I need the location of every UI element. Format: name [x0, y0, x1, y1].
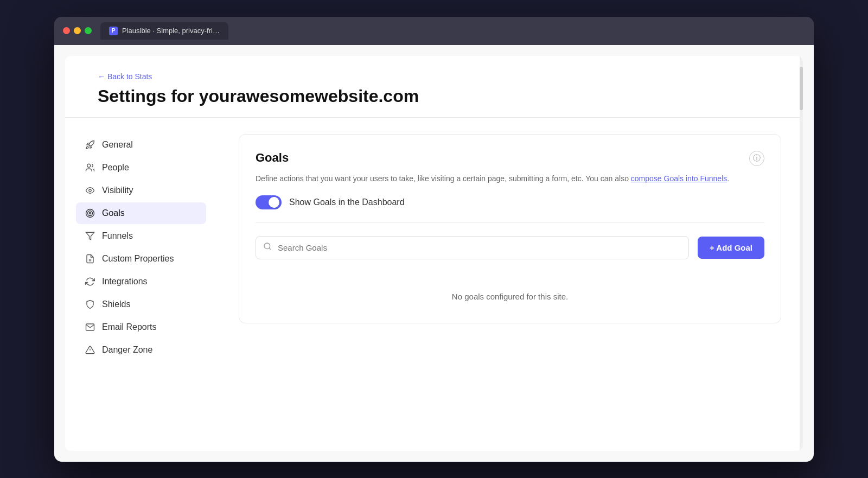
empty-state: No goals configured for this site. [256, 276, 764, 307]
browser-content: ← Back to Stats Settings for yourawesome… [54, 45, 814, 462]
warning-icon [85, 345, 95, 355]
sidebar-label-visibility: Visibility [102, 186, 133, 195]
page-wrapper: ← Back to Stats Settings for yourawesome… [65, 56, 803, 451]
sidebar-label-integrations: Integrations [102, 277, 148, 286]
search-goals-input[interactable] [256, 236, 689, 259]
svg-marker-5 [86, 232, 94, 240]
sidebar-nav: General People [76, 134, 206, 361]
svg-point-1 [89, 189, 92, 192]
refresh-icon [85, 276, 95, 287]
svg-point-3 [88, 211, 93, 215]
rocket-icon [85, 139, 95, 150]
show-goals-toggle[interactable] [256, 195, 282, 209]
scrollbar-thumb [800, 67, 803, 110]
add-goal-button[interactable]: + Add Goal [698, 237, 764, 259]
sidebar-item-custom-properties[interactable]: Custom Properties [76, 248, 206, 270]
toggle-row: Show Goals in the Dashboard [256, 195, 764, 223]
back-to-stats-link[interactable]: ← Back to Stats [98, 72, 770, 81]
description-text-2: . [727, 174, 729, 183]
browser-chrome: P Plausible · Simple, privacy-frien [54, 17, 814, 45]
sidebar-item-danger-zone[interactable]: Danger Zone [76, 339, 206, 361]
sidebar-label-shields: Shields [102, 299, 130, 309]
toggle-label: Show Goals in the Dashboard [289, 197, 405, 207]
shield-icon [85, 299, 95, 310]
tab-favicon-icon: P [109, 27, 118, 35]
sidebar-label-general: General [102, 140, 133, 150]
mail-icon [85, 322, 95, 333]
tab-title: Plausible · Simple, privacy-frien [122, 27, 220, 35]
close-button[interactable] [63, 27, 70, 34]
search-wrapper [256, 236, 689, 259]
card-title: Goals [256, 151, 289, 165]
empty-state-text: No goals configured for this site. [452, 292, 568, 301]
compose-goals-link[interactable]: compose Goals into Funnels [631, 174, 727, 183]
sidebar: General People [65, 118, 217, 451]
sidebar-label-email-reports: Email Reports [102, 322, 156, 332]
search-and-add-row: + Add Goal [256, 236, 764, 259]
eye-icon [85, 185, 95, 196]
browser-window: P Plausible · Simple, privacy-frien ← Ba… [54, 17, 814, 462]
svg-point-2 [86, 209, 94, 217]
sidebar-item-visibility[interactable]: Visibility [76, 180, 206, 201]
svg-point-0 [87, 164, 91, 167]
svg-point-10 [264, 243, 270, 249]
sidebar-item-people[interactable]: People [76, 157, 206, 179]
sidebar-label-funnels: Funnels [102, 231, 133, 241]
goals-card: Goals ⓘ Define actions that you want you… [239, 134, 781, 323]
main-content: Goals ⓘ Define actions that you want you… [217, 118, 803, 451]
page-header: ← Back to Stats Settings for yourawesome… [65, 56, 803, 118]
sidebar-item-general[interactable]: General [76, 134, 206, 156]
svg-line-11 [269, 248, 271, 250]
info-icon[interactable]: ⓘ [749, 151, 764, 166]
sidebar-item-shields[interactable]: Shields [76, 294, 206, 315]
scrollbar[interactable] [800, 56, 803, 451]
sidebar-item-goals[interactable]: Goals [76, 202, 206, 224]
sidebar-item-funnels[interactable]: Funnels [76, 225, 206, 247]
minimize-button[interactable] [74, 27, 81, 34]
target-icon [85, 208, 95, 219]
description-text-1: Define actions that you want your users … [256, 174, 631, 183]
page-title: Settings for yourawesomewebsite.com [98, 86, 770, 106]
svg-point-4 [90, 212, 91, 214]
sidebar-item-integrations[interactable]: Integrations [76, 271, 206, 292]
people-icon [85, 162, 95, 173]
sidebar-label-people: People [102, 163, 129, 173]
card-header: Goals ⓘ [256, 151, 764, 166]
sidebar-label-danger-zone: Danger Zone [102, 345, 152, 355]
sidebar-item-email-reports[interactable]: Email Reports [76, 316, 206, 338]
sidebar-label-goals: Goals [102, 208, 125, 218]
file-icon [85, 253, 95, 264]
funnel-icon [85, 231, 95, 241]
sidebar-label-custom-properties: Custom Properties [102, 254, 174, 264]
search-icon [263, 242, 272, 253]
card-description: Define actions that you want your users … [256, 173, 764, 184]
window-controls [63, 27, 92, 34]
browser-tab[interactable]: P Plausible · Simple, privacy-frien [100, 22, 228, 40]
page-body: General People [65, 118, 803, 451]
maximize-button[interactable] [85, 27, 92, 34]
